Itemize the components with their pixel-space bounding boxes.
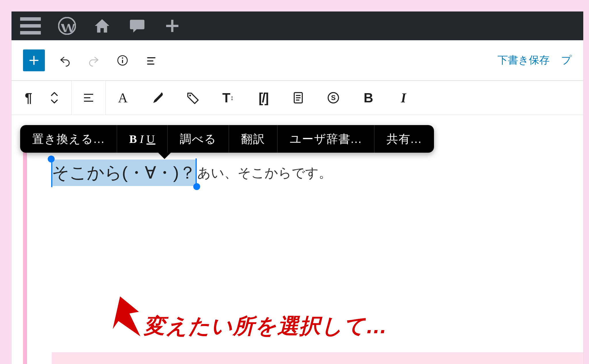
home-icon[interactable]	[93, 17, 111, 35]
paragraph-block[interactable]: そこから(・∀・)？ あい、そこからです。	[52, 160, 332, 186]
svg-text:S: S	[331, 94, 336, 101]
ctx-format-biu[interactable]: BIU	[117, 125, 168, 153]
context-menu-caret	[158, 153, 171, 159]
text-color-icon[interactable]: A	[114, 89, 132, 107]
selection-handle-end[interactable]	[193, 183, 200, 190]
selected-text[interactable]: そこから(・∀・)？	[52, 160, 196, 186]
annotation: 変えたい所を選択して…	[106, 295, 388, 341]
move-updown-icon[interactable]	[45, 89, 63, 107]
add-block-button[interactable]	[23, 49, 45, 71]
left-accent-bar	[23, 148, 27, 364]
svg-point-10	[189, 95, 191, 96]
comments-icon[interactable]	[128, 17, 146, 35]
text-size-icon[interactable]: T↕	[219, 89, 237, 107]
info-button[interactable]	[114, 52, 131, 69]
paragraph-icon[interactable]: ¶	[20, 89, 37, 107]
currency-icon[interactable]: S	[324, 89, 342, 107]
menu-icon[interactable]	[20, 17, 41, 35]
ctx-lookup[interactable]: 調べる	[168, 125, 229, 153]
undo-button[interactable]	[56, 52, 74, 69]
align-icon[interactable]	[80, 89, 97, 107]
svg-marker-17	[106, 295, 144, 341]
wordpress-icon[interactable]	[58, 17, 76, 35]
admin-bar	[12, 12, 583, 40]
paragraph-rest[interactable]: あい、そこからです。	[197, 164, 332, 182]
shortcode-icon[interactable]: [/]	[254, 89, 272, 107]
arrow-icon	[106, 295, 144, 341]
outline-button[interactable]	[143, 52, 160, 69]
selection-context-menu: 置き換える... BIU 調べる 翻訳 ユーザ辞書... 共有...	[20, 125, 434, 159]
highlight-brush-icon[interactable]	[149, 89, 167, 107]
tag-icon[interactable]	[184, 89, 202, 107]
editor-content: そこから(・∀・)？ あい、そこからです。 変えたい所を選択して…	[23, 131, 583, 364]
preview-link-truncated[interactable]: プ	[561, 53, 572, 67]
editor-top-toolbar: 下書き保存 プ	[12, 40, 583, 81]
bold-icon[interactable]: B	[359, 89, 377, 107]
ctx-user-dict[interactable]: ユーザ辞書...	[278, 125, 374, 153]
ctx-translate[interactable]: 翻訳	[229, 125, 278, 153]
redo-button[interactable]	[85, 52, 102, 69]
save-draft-link[interactable]: 下書き保存	[498, 53, 550, 67]
annotation-text: 変えたい所を選択して…	[144, 312, 388, 341]
block-format-toolbar: ¶ A T↕ [/]	[12, 81, 583, 115]
svg-point-3	[122, 57, 123, 59]
lower-pink-block	[52, 352, 583, 364]
ctx-share[interactable]: 共有...	[374, 125, 434, 153]
ctx-replace[interactable]: 置き換える...	[20, 125, 117, 153]
italic-icon[interactable]: I	[395, 89, 412, 107]
page-icon[interactable]	[289, 89, 307, 107]
add-icon[interactable]	[163, 17, 181, 35]
